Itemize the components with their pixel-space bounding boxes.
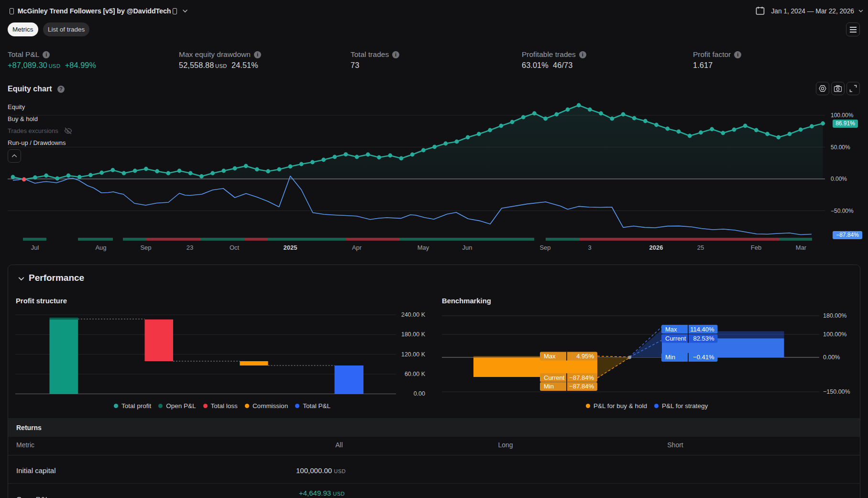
svg-text:100.00%: 100.00%: [823, 331, 846, 338]
svg-text:0.00%: 0.00%: [823, 354, 840, 361]
svg-text:240.00 K: 240.00 K: [401, 311, 426, 318]
svg-text:Min: Min: [544, 383, 554, 390]
svg-text:0.00: 0.00: [414, 390, 425, 397]
svg-text:4.95%: 4.95%: [576, 353, 594, 360]
svg-text:82.53%: 82.53%: [693, 335, 714, 342]
svg-text:60.00 K: 60.00 K: [405, 371, 426, 377]
svg-text:Current: Current: [544, 374, 565, 381]
svg-text:Max: Max: [665, 326, 677, 333]
svg-text:−87.84%: −87.84%: [569, 374, 594, 381]
svg-text:120.00 K: 120.00 K: [401, 351, 426, 358]
svg-text:−150.00%: −150.00%: [823, 388, 850, 395]
svg-text:Current: Current: [665, 335, 686, 342]
svg-text:Min: Min: [665, 354, 675, 361]
svg-text:−0.41%: −0.41%: [693, 354, 714, 361]
svg-text:180.00 K: 180.00 K: [401, 331, 426, 338]
svg-text:180.00%: 180.00%: [823, 312, 846, 319]
svg-text:−87.84%: −87.84%: [569, 383, 594, 390]
svg-text:114.40%: 114.40%: [690, 326, 714, 333]
svg-text:Max: Max: [544, 353, 556, 360]
